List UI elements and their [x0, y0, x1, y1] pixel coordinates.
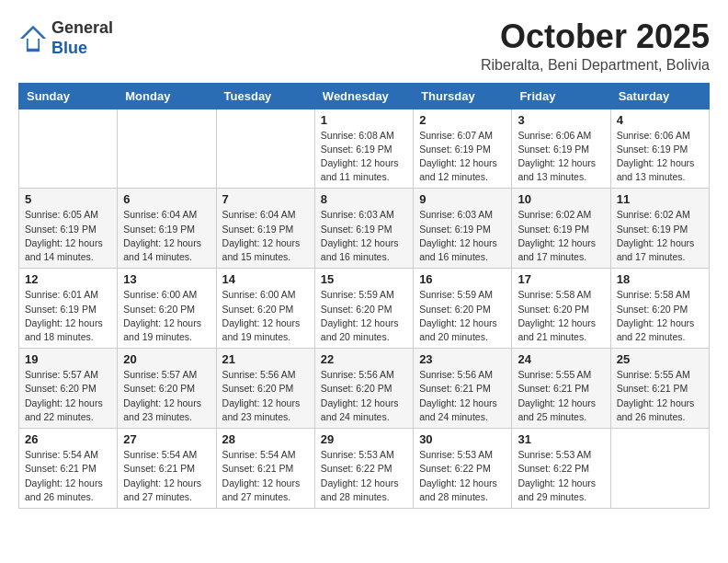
- calendar-cell: 11Sunrise: 6:02 AMSunset: 6:19 PMDayligh…: [610, 189, 709, 269]
- calendar-cell: 20Sunrise: 5:57 AMSunset: 6:20 PMDayligh…: [118, 349, 216, 429]
- day-number: 17: [518, 272, 604, 286]
- day-info: Sunrise: 6:00 AMSunset: 6:20 PMDaylight:…: [123, 288, 210, 344]
- calendar-cell: 12Sunrise: 6:01 AMSunset: 6:19 PMDayligh…: [19, 269, 118, 349]
- day-number: 3: [518, 113, 604, 127]
- logo-blue-text: Blue: [51, 39, 87, 57]
- day-number: 27: [123, 432, 210, 446]
- day-info: Sunrise: 5:54 AMSunset: 6:21 PMDaylight:…: [222, 448, 309, 504]
- weekday-header-tuesday: Tuesday: [216, 83, 314, 109]
- calendar-cell: 16Sunrise: 5:59 AMSunset: 6:20 PMDayligh…: [414, 269, 512, 349]
- day-info: Sunrise: 5:53 AMSunset: 6:22 PMDaylight:…: [321, 448, 407, 504]
- calendar-cell: 15Sunrise: 5:59 AMSunset: 6:20 PMDayligh…: [314, 269, 413, 349]
- day-number: 25: [617, 352, 703, 366]
- weekday-header-sunday: Sunday: [19, 83, 118, 109]
- day-number: 18: [617, 272, 703, 286]
- calendar-cell: 29Sunrise: 5:53 AMSunset: 6:22 PMDayligh…: [314, 429, 413, 509]
- calendar-cell: 22Sunrise: 5:56 AMSunset: 6:20 PMDayligh…: [314, 349, 413, 429]
- calendar-cell: 14Sunrise: 6:00 AMSunset: 6:20 PMDayligh…: [216, 269, 314, 349]
- day-info: Sunrise: 6:02 AMSunset: 6:19 PMDaylight:…: [617, 208, 703, 264]
- day-info: Sunrise: 5:56 AMSunset: 6:20 PMDaylight:…: [321, 368, 407, 424]
- day-number: 14: [222, 272, 309, 286]
- calendar-cell: 18Sunrise: 5:58 AMSunset: 6:20 PMDayligh…: [610, 269, 709, 349]
- calendar-cell: [118, 109, 216, 189]
- day-info: Sunrise: 5:59 AMSunset: 6:20 PMDaylight:…: [321, 288, 407, 344]
- day-number: 4: [617, 113, 703, 127]
- calendar-cell: 19Sunrise: 5:57 AMSunset: 6:20 PMDayligh…: [19, 349, 118, 429]
- logo: General Blue: [18, 18, 113, 58]
- day-info: Sunrise: 5:59 AMSunset: 6:20 PMDaylight:…: [419, 288, 506, 344]
- day-info: Sunrise: 5:54 AMSunset: 6:21 PMDaylight:…: [123, 448, 210, 504]
- calendar-cell: 2Sunrise: 6:07 AMSunset: 6:19 PMDaylight…: [414, 109, 512, 189]
- calendar-cell: 28Sunrise: 5:54 AMSunset: 6:21 PMDayligh…: [216, 429, 314, 509]
- day-number: 13: [123, 272, 210, 286]
- day-info: Sunrise: 5:53 AMSunset: 6:22 PMDaylight:…: [419, 448, 506, 504]
- calendar-cell: 8Sunrise: 6:03 AMSunset: 6:19 PMDaylight…: [314, 189, 413, 269]
- weekday-header-thursday: Thursday: [414, 83, 512, 109]
- weekday-header-saturday: Saturday: [610, 83, 709, 109]
- location-title: Riberalta, Beni Department, Bolivia: [481, 57, 710, 74]
- calendar-cell: 25Sunrise: 5:55 AMSunset: 6:21 PMDayligh…: [610, 349, 709, 429]
- day-info: Sunrise: 6:07 AMSunset: 6:19 PMDaylight:…: [419, 129, 506, 185]
- calendar-cell: [19, 109, 118, 189]
- title-block: October 2025 Riberalta, Beni Department,…: [481, 18, 710, 74]
- day-number: 1: [321, 113, 407, 127]
- day-number: 24: [518, 352, 604, 366]
- calendar-cell: 31Sunrise: 5:53 AMSunset: 6:22 PMDayligh…: [512, 429, 610, 509]
- weekday-header-wednesday: Wednesday: [314, 83, 413, 109]
- calendar-cell: 10Sunrise: 6:02 AMSunset: 6:19 PMDayligh…: [512, 189, 610, 269]
- day-number: 19: [25, 352, 111, 366]
- day-number: 2: [419, 113, 506, 127]
- day-info: Sunrise: 6:05 AMSunset: 6:19 PMDaylight:…: [25, 208, 111, 264]
- calendar-cell: 17Sunrise: 5:58 AMSunset: 6:20 PMDayligh…: [512, 269, 610, 349]
- day-info: Sunrise: 6:03 AMSunset: 6:19 PMDaylight:…: [419, 208, 506, 264]
- day-number: 29: [321, 432, 407, 446]
- calendar-cell: [610, 429, 709, 509]
- day-number: 9: [419, 192, 506, 206]
- day-number: 23: [419, 352, 506, 366]
- calendar-cell: 9Sunrise: 6:03 AMSunset: 6:19 PMDaylight…: [414, 189, 512, 269]
- calendar-table: SundayMondayTuesdayWednesdayThursdayFrid…: [18, 83, 710, 509]
- day-number: 21: [222, 352, 309, 366]
- calendar-week-row: 12Sunrise: 6:01 AMSunset: 6:19 PMDayligh…: [19, 269, 710, 349]
- calendar-week-row: 26Sunrise: 5:54 AMSunset: 6:21 PMDayligh…: [19, 429, 710, 509]
- month-title: October 2025: [481, 18, 710, 55]
- day-number: 10: [518, 192, 604, 206]
- calendar-cell: 3Sunrise: 6:06 AMSunset: 6:19 PMDaylight…: [512, 109, 610, 189]
- day-number: 20: [123, 352, 210, 366]
- day-info: Sunrise: 6:00 AMSunset: 6:20 PMDaylight:…: [222, 288, 309, 344]
- calendar-cell: 1Sunrise: 6:08 AMSunset: 6:19 PMDaylight…: [314, 109, 413, 189]
- calendar-week-row: 1Sunrise: 6:08 AMSunset: 6:19 PMDaylight…: [19, 109, 710, 189]
- day-info: Sunrise: 6:06 AMSunset: 6:19 PMDaylight:…: [617, 129, 703, 185]
- day-number: 15: [321, 272, 407, 286]
- page-header: General Blue October 2025 Riberalta, Ben…: [18, 18, 710, 74]
- day-number: 26: [25, 432, 111, 446]
- day-info: Sunrise: 5:53 AMSunset: 6:22 PMDaylight:…: [518, 448, 604, 504]
- day-info: Sunrise: 6:04 AMSunset: 6:19 PMDaylight:…: [222, 208, 309, 264]
- day-number: 7: [222, 192, 309, 206]
- day-info: Sunrise: 5:55 AMSunset: 6:21 PMDaylight:…: [518, 368, 604, 424]
- day-info: Sunrise: 5:57 AMSunset: 6:20 PMDaylight:…: [25, 368, 111, 424]
- weekday-header-monday: Monday: [118, 83, 216, 109]
- day-info: Sunrise: 6:08 AMSunset: 6:19 PMDaylight:…: [321, 129, 407, 185]
- day-info: Sunrise: 6:04 AMSunset: 6:19 PMDaylight:…: [123, 208, 210, 264]
- svg-marker-1: [23, 29, 42, 48]
- day-info: Sunrise: 6:06 AMSunset: 6:19 PMDaylight:…: [518, 129, 604, 185]
- calendar-cell: 7Sunrise: 6:04 AMSunset: 6:19 PMDaylight…: [216, 189, 314, 269]
- day-info: Sunrise: 5:57 AMSunset: 6:20 PMDaylight:…: [123, 368, 210, 424]
- day-number: 31: [518, 432, 604, 446]
- day-number: 30: [419, 432, 506, 446]
- day-number: 8: [321, 192, 407, 206]
- calendar-cell: 6Sunrise: 6:04 AMSunset: 6:19 PMDaylight…: [118, 189, 216, 269]
- day-number: 22: [321, 352, 407, 366]
- day-number: 11: [617, 192, 703, 206]
- calendar-cell: 27Sunrise: 5:54 AMSunset: 6:21 PMDayligh…: [118, 429, 216, 509]
- day-info: Sunrise: 5:56 AMSunset: 6:20 PMDaylight:…: [222, 368, 309, 424]
- calendar-cell: [216, 109, 314, 189]
- day-number: 12: [25, 272, 111, 286]
- calendar-cell: 21Sunrise: 5:56 AMSunset: 6:20 PMDayligh…: [216, 349, 314, 429]
- calendar-cell: 24Sunrise: 5:55 AMSunset: 6:21 PMDayligh…: [512, 349, 610, 429]
- day-info: Sunrise: 5:54 AMSunset: 6:21 PMDaylight:…: [25, 448, 111, 504]
- calendar-cell: 30Sunrise: 5:53 AMSunset: 6:22 PMDayligh…: [414, 429, 512, 509]
- calendar-cell: 23Sunrise: 5:56 AMSunset: 6:21 PMDayligh…: [414, 349, 512, 429]
- calendar-cell: 13Sunrise: 6:00 AMSunset: 6:20 PMDayligh…: [118, 269, 216, 349]
